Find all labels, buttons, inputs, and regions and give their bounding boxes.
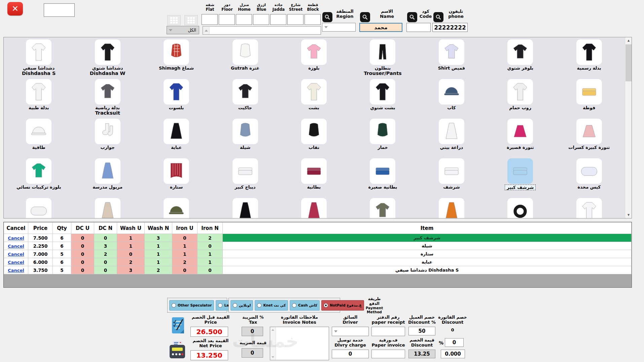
item-card[interactable]: جاكيت [211, 79, 279, 119]
item-card[interactable]: تنورة كبيرة كسرات [555, 119, 623, 158]
item-card[interactable]: بلوزة [280, 39, 348, 79]
item-card[interactable]: بشت [280, 79, 348, 119]
region-dropdown[interactable] [322, 23, 356, 32]
scrollbar-thumb[interactable] [625, 44, 632, 81]
item-card[interactable]: غترة Gutrah [211, 39, 279, 79]
item-card[interactable]: دشداشا صيفيDishdasha S [4, 39, 73, 79]
address-input-flat[interactable] [202, 14, 218, 25]
cloth-icon [232, 158, 258, 184]
table-header-cancel: Cancel [4, 223, 28, 234]
item-card[interactable] [211, 198, 279, 218]
address-input-street[interactable] [287, 14, 303, 25]
cancel-link[interactable]: Cancel [8, 244, 24, 249]
customer-discount-input[interactable]: 50 [408, 327, 435, 335]
address-input-home[interactable] [236, 14, 252, 25]
spinner-up-icon[interactable] [203, 27, 210, 34]
item-card[interactable] [417, 198, 486, 218]
item-card[interactable]: بنطلونTrouser/Pants [348, 39, 417, 79]
address-input-block[interactable] [305, 14, 321, 25]
item-card[interactable]: بشت شتوي [348, 79, 417, 119]
address-list-field[interactable] [203, 26, 321, 35]
paper-invoice-input[interactable] [371, 350, 405, 358]
item-card[interactable] [4, 198, 73, 218]
item-card[interactable]: خمار [348, 119, 417, 158]
paper-receipt-input[interactable] [371, 327, 405, 336]
notes-scrollbar[interactable] [270, 327, 276, 360]
item-card[interactable]: جوارب [73, 119, 142, 158]
dress-icon [95, 158, 120, 184]
code-search-icon[interactable] [407, 12, 417, 22]
notes-list-icon[interactable] [170, 317, 186, 336]
customer-name-field[interactable]: محمد [359, 23, 402, 32]
scroll-up-icon[interactable]: ▲ [625, 37, 632, 44]
item-label-ar: شماغ Shimagh [159, 66, 194, 71]
item-card[interactable]: كاب [417, 79, 486, 119]
percent-input[interactable]: 0 [445, 338, 464, 347]
item-card[interactable] [348, 198, 417, 218]
item-card[interactable] [555, 198, 623, 218]
items-scrollbar[interactable]: ▲ ▼ [625, 37, 632, 218]
item-card[interactable]: كيس مخدة [555, 158, 623, 198]
header-empty-box[interactable] [44, 3, 75, 17]
order-table: CancelPriceQtyDC UDC NWash UWash NIron U… [3, 222, 632, 288]
item-card[interactable]: بدلة رسمية [555, 39, 623, 79]
payment-option-button[interactable]: Other Speculator [169, 300, 214, 311]
item-label-ar: كاب [447, 105, 456, 110]
category-filter-dropdown[interactable]: الكل [167, 26, 199, 34]
item-card[interactable]: نقاب [280, 119, 348, 158]
region-search-icon[interactable] [322, 12, 332, 22]
item-card[interactable]: شرشف [417, 158, 486, 198]
grid-view-icon-2[interactable] [184, 15, 198, 25]
item-card[interactable]: مريول مدرسة [73, 158, 142, 198]
item-card[interactable] [73, 198, 142, 218]
payment-option-button[interactable]: كاش Cash [290, 300, 320, 311]
cancel-link[interactable]: Cancel [8, 252, 24, 257]
item-card[interactable]: بلوزة تركيبات نسائي [4, 158, 73, 198]
item-card[interactable]: بدلة رياضيةTracksuit [73, 79, 142, 119]
scroll-down-icon[interactable]: ▼ [625, 212, 632, 218]
address-input-floor[interactable] [219, 14, 235, 25]
address-input-jadda[interactable] [270, 14, 286, 25]
address-label: جادهJadda [269, 3, 288, 12]
item-card[interactable]: دشداشا شتويDishdasha W [73, 39, 142, 79]
receipt-printer-icon[interactable] [168, 340, 186, 361]
phone-search-icon[interactable] [433, 12, 443, 22]
customer-code-field[interactable] [406, 23, 431, 32]
driver-dropdown[interactable] [332, 327, 369, 336]
address-input-blue[interactable] [253, 14, 269, 25]
item-card[interactable]: بدلة طبية [4, 79, 73, 119]
item-card[interactable]: شيلة [211, 119, 279, 158]
cancel-link[interactable]: Cancel [8, 260, 24, 265]
item-card[interactable]: بلوفر شتوي [486, 39, 554, 79]
item-card[interactable]: شرشف كبير [486, 158, 554, 198]
item-card[interactable]: دراعة بيتي [417, 119, 486, 158]
close-button[interactable]: ✕ [7, 2, 23, 15]
value-cell: 0 [198, 266, 223, 274]
item-card[interactable] [486, 198, 554, 218]
item-card[interactable]: بطانية [280, 158, 348, 198]
item-card[interactable] [142, 198, 211, 218]
invoice-notes-input[interactable] [270, 327, 329, 360]
item-card[interactable]: ديباج كبير [211, 158, 279, 198]
item-card[interactable]: ستارة [142, 158, 211, 198]
grid-view-icon[interactable] [167, 15, 181, 25]
item-card[interactable]: تنورة قصيرة [486, 119, 554, 158]
item-card[interactable]: شماغ Shimagh [142, 39, 211, 79]
item-card[interactable]: قميص Shirt [417, 39, 486, 79]
name-search-icon[interactable] [360, 12, 370, 22]
cancel-link[interactable]: Cancel [8, 268, 24, 273]
payment-option-button[interactable]: كي نت Knet [255, 300, 288, 311]
item-card[interactable]: فوطة [555, 79, 623, 119]
item-card[interactable]: روب حمام [486, 79, 554, 119]
item-card[interactable]: عباية [142, 119, 211, 158]
cancel-link[interactable]: Cancel [8, 236, 24, 241]
item-card[interactable]: طاقية [4, 119, 73, 158]
payment-option-button[interactable]: غ.مدفوع NotPaid [321, 300, 364, 311]
item-card[interactable]: بطانية صغيرة [348, 158, 417, 198]
phone-field[interactable]: 22222222 [432, 23, 468, 32]
amount-input[interactable]: 0.000 [441, 350, 465, 358]
payment-option-button[interactable]: اونلاين [230, 300, 253, 311]
item-card[interactable] [280, 198, 348, 218]
delivery-value[interactable]: 0 [332, 350, 369, 358]
item-card[interactable]: بلسوت [142, 79, 211, 119]
